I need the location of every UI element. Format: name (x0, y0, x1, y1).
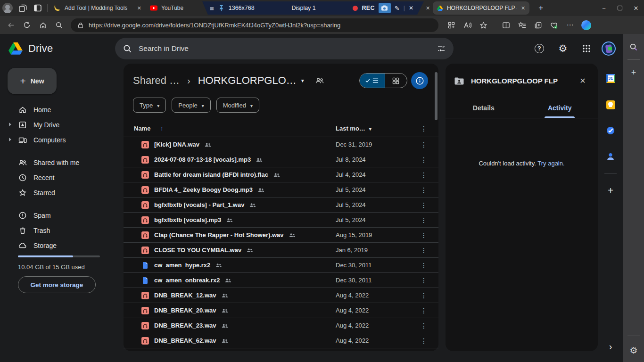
sidebar-item-recent[interactable]: Recent (4, 170, 118, 185)
folder-menu-caret-icon[interactable] (301, 77, 304, 84)
sidebar-search-icon[interactable] (626, 40, 641, 55)
more-options-icon[interactable] (421, 307, 427, 314)
settings-more-icon[interactable] (562, 18, 578, 32)
table-row[interactable]: cw_amen_onbreak.rx2 Dec 30, 2011 (124, 273, 438, 288)
more-options-icon[interactable] (421, 141, 427, 148)
get-add-ons-button[interactable] (602, 182, 619, 199)
breadcrumb-current-folder[interactable]: HORKGLORPGLO… (198, 74, 297, 87)
close-button[interactable] (628, 1, 644, 15)
table-row[interactable]: bgfxfbxfb [vocals].mp3 Jul 5, 2024 (124, 213, 438, 228)
sidebar-item-spam[interactable]: Spam (4, 208, 118, 223)
home-button[interactable] (35, 18, 51, 32)
recorder-close-icon[interactable] (409, 5, 413, 11)
more-options-icon[interactable] (421, 277, 427, 284)
tab-details[interactable]: Details (446, 98, 522, 118)
sidebar-item-trash[interactable]: Trash (4, 223, 118, 238)
split-screen-icon[interactable] (498, 18, 514, 32)
table-row[interactable]: [Kick] DNA.wav Dec 31, 2019 (124, 137, 438, 152)
list-view-button[interactable] (360, 74, 385, 88)
more-options-icon[interactable] (421, 201, 427, 209)
workspaces-icon[interactable] (15, 1, 30, 15)
tab-close-icon[interactable] (521, 5, 525, 11)
more-options-icon[interactable] (421, 247, 427, 254)
back-button[interactable] (3, 18, 19, 32)
sidebar-item-starred[interactable]: Starred (4, 185, 118, 200)
more-options-icon[interactable] (421, 262, 427, 269)
get-more-storage-button[interactable]: Get more storage (18, 276, 96, 293)
screenshot-button[interactable] (379, 3, 391, 13)
table-row[interactable]: DNB_BREAK_62.wav Aug 4, 2022 (124, 333, 438, 348)
table-row[interactable]: cw_amen_hype.rx2 Dec 30, 2011 (124, 258, 438, 273)
table-row[interactable]: DNB_BREAK_20.wav Aug 4, 2022 (124, 303, 438, 318)
filter-chip[interactable]: People (172, 98, 211, 113)
table-row[interactable]: 2024-07-08 07-13-18 [vocals].mp3 Jul 8, … (124, 152, 438, 167)
add-sidebar-app-button[interactable] (626, 65, 641, 80)
tab-preview-icon[interactable] (30, 1, 45, 15)
tab-activity[interactable]: Activity (522, 98, 598, 118)
browser-profile-button[interactable] (0, 1, 15, 15)
hidden-tab-close-icon[interactable] (426, 5, 430, 11)
collections-icon[interactable] (530, 18, 546, 32)
tab-drive-active[interactable]: HORKGLORPGLOOP FLP - G (433, 1, 529, 15)
column-modified[interactable]: Last mo… (336, 125, 372, 132)
sidebar-item-computers[interactable]: Computers (4, 132, 118, 148)
breadcrumb-parent[interactable]: Shared … (133, 74, 180, 87)
new-button[interactable]: New (8, 68, 57, 94)
more-options-icon[interactable] (421, 171, 427, 179)
scrollbar-thumb[interactable] (435, 72, 438, 120)
sidebar-item-shared-with-me[interactable]: Shared with me (4, 155, 118, 170)
table-row[interactable]: DNB_BREAK_23.wav Aug 4, 2022 (124, 318, 438, 333)
drive-logo[interactable]: Drive (0, 42, 115, 55)
filter-chip[interactable]: Modified (216, 98, 259, 113)
sort-ascending-icon[interactable] (160, 125, 164, 132)
tasks-icon[interactable] (602, 122, 619, 139)
search-input[interactable] (139, 44, 430, 53)
more-options-icon[interactable] (421, 186, 427, 194)
account-avatar[interactable] (601, 39, 617, 58)
favorites-bar-icon[interactable] (514, 18, 530, 32)
more-options-icon[interactable] (421, 216, 427, 224)
table-row[interactable]: CLOSE TO YOU CYMBAL.wav Jan 6, 2019 (124, 243, 438, 258)
expand-icon[interactable] (9, 123, 11, 126)
keep-icon[interactable] (602, 96, 619, 113)
filter-chip[interactable]: Type (133, 98, 166, 113)
sidebar-item-storage[interactable]: Storage (4, 238, 118, 253)
more-options-icon[interactable] (421, 322, 427, 329)
pin-icon[interactable] (218, 4, 225, 12)
contacts-icon[interactable] (602, 148, 619, 165)
hide-side-panel-button[interactable] (603, 339, 618, 354)
read-aloud-icon[interactable] (459, 18, 475, 32)
sidebar-item-my-drive[interactable]: My Drive (4, 117, 118, 132)
view-details-button[interactable] (411, 72, 428, 89)
try-again-link[interactable]: Try again. (537, 160, 564, 167)
tab-youtube[interactable]: YouTube (146, 1, 198, 15)
refresh-button[interactable] (19, 18, 35, 32)
close-details-icon[interactable] (574, 72, 591, 89)
google-apps-icon[interactable] (577, 39, 596, 58)
tab-close-icon[interactable] (137, 5, 141, 11)
address-bar[interactable]: https://drive.google.com/drive/folders/1… (71, 18, 438, 32)
expand-icon[interactable] (9, 138, 11, 141)
app-install-icon[interactable] (443, 18, 459, 32)
help-button[interactable] (530, 39, 549, 58)
new-tab-button[interactable] (533, 1, 548, 15)
browser-essentials-icon[interactable] (546, 18, 562, 32)
header-more-options-icon[interactable] (421, 125, 427, 132)
drive-settings-icon[interactable] (553, 39, 572, 58)
minimize-button[interactable] (596, 1, 612, 15)
toolbar-search-icon[interactable] (51, 18, 67, 32)
grid-view-button[interactable] (385, 74, 407, 88)
restore-button[interactable] (612, 1, 628, 15)
search-options-icon[interactable] (437, 44, 446, 53)
favorite-star-icon[interactable] (475, 18, 491, 32)
table-row[interactable]: DNB_BREAK_12.wav Aug 4, 2022 (124, 288, 438, 303)
copilot-icon[interactable] (578, 18, 594, 32)
table-row[interactable]: Clap (Chance The Rapper - Hot Shower).wa… (124, 228, 438, 243)
more-options-icon[interactable] (421, 156, 427, 164)
recorder-menu-icon[interactable] (210, 4, 214, 12)
more-options-icon[interactable] (421, 231, 427, 239)
sidebar-settings-icon[interactable] (626, 343, 641, 358)
drive-search-bar[interactable] (115, 38, 454, 59)
more-options-icon[interactable] (421, 292, 427, 299)
sidebar-item-home[interactable]: Home (4, 102, 118, 117)
